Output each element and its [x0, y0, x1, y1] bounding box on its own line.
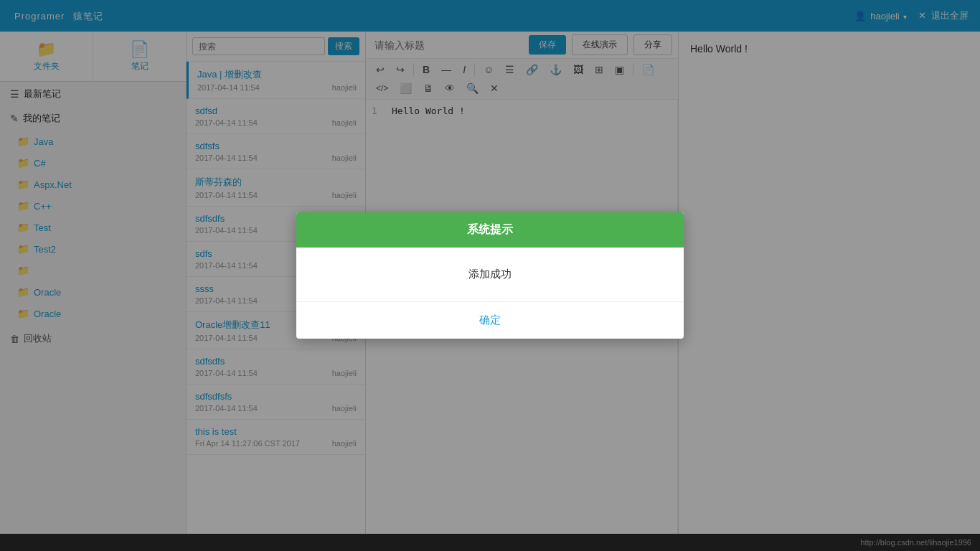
modal-footer: 确定 — [296, 302, 684, 339]
modal-title: 系统提示 — [467, 223, 513, 235]
modal-message: 添加成功 — [468, 268, 512, 280]
modal-box: 系统提示 添加成功 确定 — [296, 212, 684, 339]
modal-header: 系统提示 — [296, 212, 684, 248]
modal-overlay: 系统提示 添加成功 确定 — [0, 0, 980, 551]
modal-confirm-button[interactable]: 确定 — [456, 311, 524, 330]
modal-body: 添加成功 — [296, 248, 684, 302]
